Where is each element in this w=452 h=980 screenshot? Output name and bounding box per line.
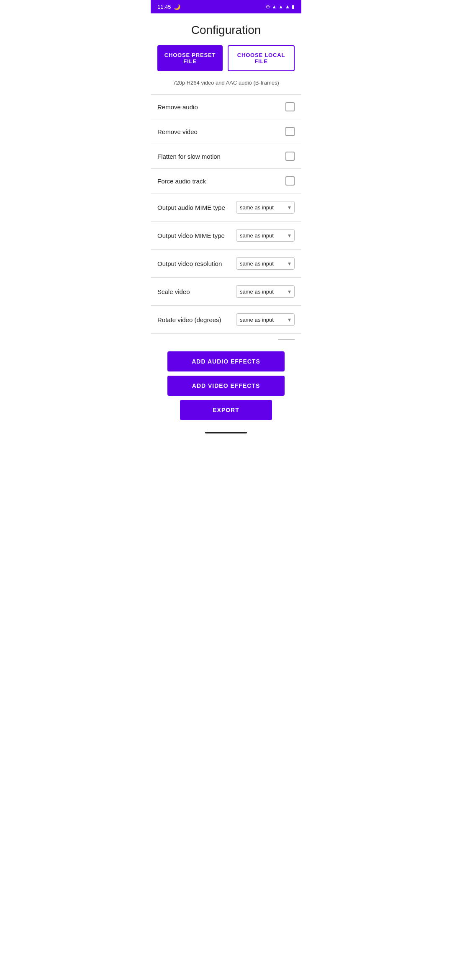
output-audio-mime-dropdown[interactable]: same as input ▾: [236, 201, 295, 214]
file-buttons-row: CHOOSE PRESET FILE CHOOSE LOCAL FILE: [151, 45, 301, 78]
scale-video-label: Scale video: [157, 288, 236, 295]
output-audio-mime-label: Output audio MIME type: [157, 204, 236, 211]
page-title: Configuration: [151, 13, 301, 45]
flatten-slow-motion-row: Flatten for slow motion: [151, 144, 301, 169]
output-video-resolution-label: Output video resolution: [157, 260, 236, 267]
output-video-mime-arrow-icon: ▾: [288, 232, 291, 239]
force-audio-track-row: Force audio track: [151, 169, 301, 193]
rotate-video-row: Rotate video (degrees) same as input ▾: [151, 306, 301, 334]
action-buttons-section: ADD AUDIO EFFECTS ADD VIDEO EFFECTS EXPO…: [151, 345, 301, 428]
choose-preset-file-button[interactable]: CHOOSE PRESET FILE: [157, 45, 223, 71]
output-video-resolution-arrow-icon: ▾: [288, 260, 291, 267]
status-time-section: 11:45 🌙: [157, 4, 180, 10]
status-bar: 11:45 🌙 ⊖ ▲ ▲ ▲ ▮: [151, 0, 301, 13]
remove-audio-checkbox[interactable]: [285, 102, 295, 111]
status-icons: ⊖ ▲ ▲ ▲ ▮: [266, 4, 295, 10]
add-video-effects-button[interactable]: ADD VIDEO EFFECTS: [167, 376, 285, 396]
force-audio-track-checkbox[interactable]: [285, 176, 295, 186]
scale-video-arrow-icon: ▾: [288, 288, 291, 295]
moon-icon: 🌙: [174, 4, 180, 10]
export-button[interactable]: EXPORT: [180, 400, 272, 420]
flatten-slow-motion-checkbox[interactable]: [285, 152, 295, 161]
preset-description: 720p H264 video and AAC audio (B-frames): [151, 78, 301, 94]
output-video-mime-value: same as input: [240, 232, 274, 239]
output-audio-mime-row: Output audio MIME type same as input ▾: [151, 193, 301, 222]
scale-video-value: same as input: [240, 289, 274, 295]
output-audio-mime-arrow-icon: ▾: [288, 204, 291, 211]
flatten-slow-motion-label: Flatten for slow motion: [157, 153, 285, 160]
output-video-resolution-value: same as input: [240, 260, 274, 267]
rotate-video-arrow-icon: ▾: [288, 316, 291, 323]
rotate-video-label: Rotate video (degrees): [157, 316, 236, 323]
output-video-resolution-row: Output video resolution same as input ▾: [151, 250, 301, 278]
remove-video-row: Remove video: [151, 119, 301, 144]
output-audio-mime-value: same as input: [240, 204, 274, 211]
output-video-mime-dropdown[interactable]: same as input ▾: [236, 229, 295, 242]
add-audio-effects-button[interactable]: ADD AUDIO EFFECTS: [167, 351, 285, 371]
bottom-nav-indicator: [205, 432, 247, 433]
remove-audio-row: Remove audio: [151, 95, 301, 119]
extra-signal-icon: ▲: [285, 4, 290, 10]
status-time: 11:45: [157, 4, 171, 10]
rotate-video-value: same as input: [240, 317, 274, 323]
remove-audio-label: Remove audio: [157, 103, 285, 111]
output-video-resolution-dropdown[interactable]: same as input ▾: [236, 257, 295, 270]
remove-video-label: Remove video: [157, 128, 285, 135]
choose-local-file-button[interactable]: CHOOSE LOCAL FILE: [228, 45, 295, 71]
checkbox-options-section: Remove audio Remove video Flatten for sl…: [151, 95, 301, 193]
rotate-video-dropdown[interactable]: same as input ▾: [236, 313, 295, 326]
do-not-disturb-icon: ⊖: [266, 4, 270, 10]
remove-video-checkbox[interactable]: [285, 127, 295, 136]
wifi-icon: ▲: [272, 4, 277, 10]
battery-icon: ▮: [292, 4, 295, 10]
output-video-mime-label: Output video MIME type: [157, 232, 236, 239]
scale-video-dropdown[interactable]: same as input ▾: [236, 285, 295, 298]
signal-icon: ▲: [278, 4, 283, 10]
scale-video-row: Scale video same as input ▾: [151, 278, 301, 306]
force-audio-track-label: Force audio track: [157, 178, 285, 185]
section-divider: [278, 339, 295, 340]
dropdown-options-section: Output audio MIME type same as input ▾ O…: [151, 193, 301, 334]
output-video-mime-row: Output video MIME type same as input ▾: [151, 222, 301, 250]
